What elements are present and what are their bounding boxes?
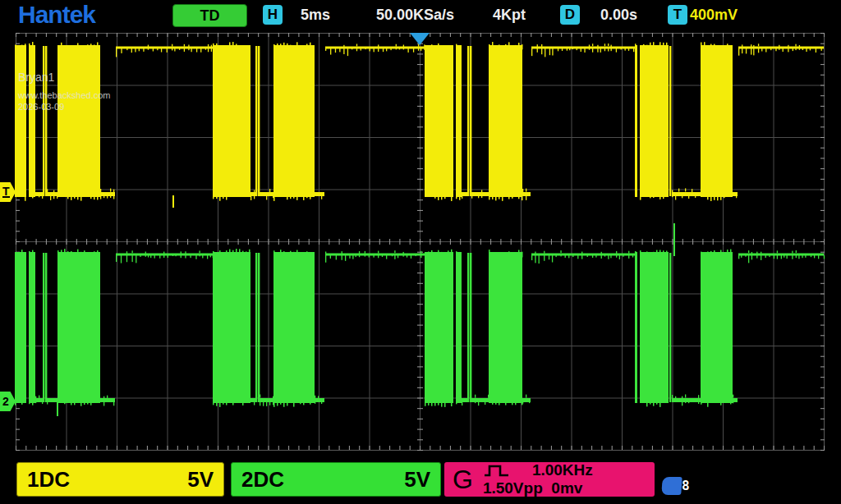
annotation-date: 2026-03-09 bbox=[18, 102, 111, 112]
delay-menu-icon[interactable]: D bbox=[560, 5, 580, 25]
hantek-logo: Hantek bbox=[18, 1, 95, 29]
horizontal-offset-value: 0.00s bbox=[600, 7, 637, 24]
generator-label: G bbox=[453, 465, 473, 495]
generator-amplitude-offset: 1.50Vpp 0mv bbox=[483, 479, 593, 497]
user-annotation: Bryan1 www.thebackshed.com 2026-03-09 bbox=[18, 71, 111, 113]
footer-bar: 1DC 5V 2DC 5V G 1.00KHz 1.50Vpp 0mv bbox=[0, 460, 841, 504]
oscilloscope-screen: Hantek TD H 5ms 50.00KSa/s 4Kpt D 0.00s … bbox=[0, 0, 841, 504]
usb-status-icon bbox=[661, 477, 682, 495]
ch1-number: 1 bbox=[27, 467, 39, 493]
generator-frequency: 1.00KHz bbox=[532, 461, 593, 479]
ch2-scale: 5V bbox=[404, 467, 430, 493]
ch1-coupling: DC bbox=[39, 467, 70, 493]
status-b-glyph: 8 bbox=[682, 477, 690, 495]
annotation-url: www.thebackshed.com bbox=[18, 90, 111, 100]
horizontal-menu-icon[interactable]: H bbox=[263, 5, 283, 25]
timebase-value: 5ms bbox=[301, 7, 330, 24]
ch1-scale: 5V bbox=[187, 467, 214, 493]
acquisition-mode-button[interactable]: TD bbox=[172, 4, 247, 27]
trigger-level-value: 400mV bbox=[690, 7, 738, 24]
ch2-status-box[interactable]: 2DC 5V bbox=[231, 462, 441, 497]
trigger-menu-icon[interactable]: T bbox=[668, 5, 687, 25]
ch1-status-box[interactable]: 1DC 5V bbox=[16, 462, 224, 497]
sample-rate-value: 50.00KSa/s bbox=[376, 7, 454, 24]
signal-generator-status-box[interactable]: G 1.00KHz 1.50Vpp 0mv bbox=[444, 462, 655, 497]
square-wave-icon bbox=[483, 463, 511, 478]
waveform-display bbox=[0, 0, 841, 504]
memory-depth-value: 4Kpt bbox=[493, 7, 526, 24]
ch2-number: 2 bbox=[241, 467, 253, 493]
header-bar: Hantek TD H 5ms 50.00KSa/s 4Kpt D 0.00s … bbox=[0, 0, 841, 30]
trigger-position-marker[interactable] bbox=[410, 33, 430, 45]
ch2-coupling: DC bbox=[253, 467, 284, 493]
annotation-username: Bryan1 bbox=[18, 71, 111, 84]
